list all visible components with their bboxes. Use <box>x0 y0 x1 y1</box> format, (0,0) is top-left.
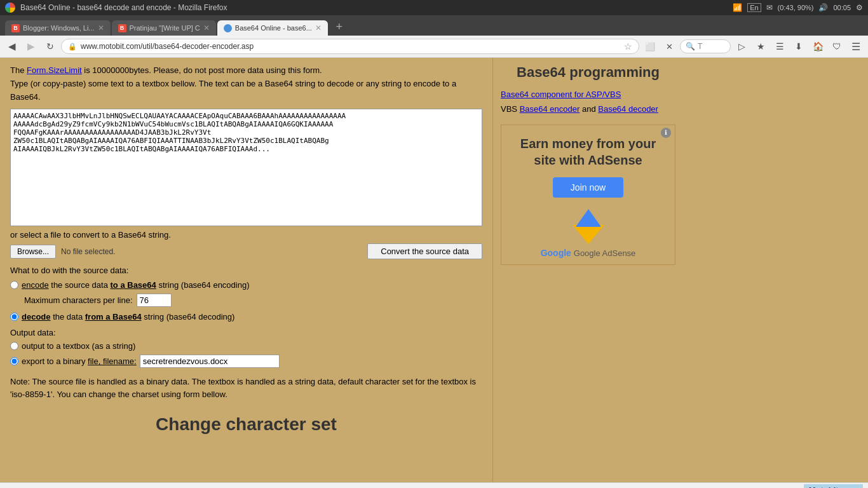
close-tab-icon[interactable]: ✕ <box>661 38 677 55</box>
max-chars-label: Maximum characters per line: <box>24 295 133 305</box>
shield-icon[interactable]: 🛡 <box>829 38 845 55</box>
join-now-button[interactable]: Join now <box>553 177 623 198</box>
url-bar[interactable]: 🔒 www.motobit.com/util/base64-decoder-en… <box>61 39 639 54</box>
output-textbox-row: output to a textbox (as a string) <box>10 341 482 351</box>
tab-blogger2-close[interactable]: ✕ <box>203 24 210 32</box>
base64-encoder-link[interactable]: Base64 encoder <box>520 104 580 114</box>
ad-box: ℹ Earn money from your site with AdSense… <box>501 125 675 265</box>
main-content: The Form.SizeLimit is 10000000bytes. Ple… <box>0 58 492 482</box>
download-icon[interactable]: ⬇ <box>790 38 807 55</box>
adsense-text: Google AdSense <box>574 248 636 258</box>
tabs-bar: B Blogger: Windows, Li... ✕ B Pratinjau … <box>0 15 868 36</box>
max-chars-input[interactable] <box>137 294 172 307</box>
star-icon[interactable]: ☆ <box>624 41 632 51</box>
search-bar[interactable]: 🔍 T <box>680 39 731 53</box>
forward-icon2[interactable]: ▷ <box>733 38 750 55</box>
asp-vbs-link[interactable]: Base64 component for ASP/VBS <box>501 87 675 102</box>
info-line1-prefix: The <box>10 65 27 75</box>
settings-icon[interactable]: ⚙ <box>856 3 863 12</box>
convert-button[interactable]: Convert the source data <box>367 243 482 259</box>
new-tab-button[interactable]: + <box>330 18 348 36</box>
search-icon: 🔍 <box>686 42 695 51</box>
decode-from-u: from a Base64 <box>85 312 142 322</box>
home-icon[interactable]: 🏠 <box>810 38 826 55</box>
tab-blogger2-label: Pratinjau "[Write UP] C <box>130 24 200 32</box>
back-button[interactable]: ◀ <box>4 38 20 55</box>
no-file-label: No file selected. <box>61 247 115 256</box>
decode-underline: decode <box>22 312 51 322</box>
tab-base64-label: Base64 Online - base6... <box>235 24 312 32</box>
status-bar: Transferring data from px.moatads.com...… <box>0 482 868 488</box>
menu-icon[interactable]: ☰ <box>848 38 864 55</box>
output-textbox-label: output to a textbox (as a string) <box>22 341 135 351</box>
screen-icon[interactable]: ⬜ <box>642 38 658 55</box>
browser-icon <box>5 3 15 13</box>
info-text-block: The Form.SizeLimit is 10000000bytes. Ple… <box>10 64 482 104</box>
sidebar-title: Base64 programming <box>501 64 675 81</box>
sidebar-links: Base64 component for ASP/VBS VBS Base64 … <box>501 87 675 117</box>
title-text: Base64 Online - base64 decode and encode… <box>20 3 728 12</box>
base64-textarea[interactable]: AAAAACAwAAX3JlbHMvLnJlbHNQSwECLQAUAAYACA… <box>10 109 482 226</box>
search-input-hint[interactable]: T <box>698 42 702 51</box>
info-line2: Type (or copy-paste) some text to a text… <box>10 79 456 102</box>
options-label: What to do with the source data: <box>10 266 482 275</box>
ad-info-icon[interactable]: ℹ <box>661 128 671 138</box>
adsense-yellow-shape <box>573 225 604 244</box>
encode-strong: to a Base64 <box>111 280 156 290</box>
tab-base64[interactable]: Base64 Online - base6... ✕ <box>217 20 328 36</box>
tab-base64-close[interactable]: ✕ <box>315 24 322 32</box>
output-binary-label: export to a binary file, filename: <box>22 356 137 366</box>
forward-button[interactable]: ▶ <box>23 38 39 55</box>
change-heading: Change character set <box>10 414 482 441</box>
google-text: Google <box>541 248 574 258</box>
mail-icon: ✉ <box>766 3 773 12</box>
filename-input[interactable] <box>140 355 280 368</box>
decode-from-strong: from a Base64 <box>85 312 142 322</box>
encode-underline: encode <box>22 280 49 290</box>
file-link[interactable]: file, filename: <box>88 356 137 366</box>
tab-blogger1-close[interactable]: ✕ <box>98 24 104 32</box>
decode-strong: decode <box>22 312 51 322</box>
sidebar: Base64 programming Base64 component for … <box>492 58 683 482</box>
bookmark-star[interactable]: ★ <box>752 38 769 55</box>
base64-decoder-link[interactable]: Base64 decoder <box>598 104 658 114</box>
nav-bar: ◀ ▶ ↻ 🔒 www.motobit.com/util/base64-deco… <box>0 36 868 58</box>
vbs-prefix: VBS <box>501 104 520 114</box>
motobit-badge: Motobit.com <box>804 484 863 488</box>
encode-radio-row: encode the source data to a Base64 strin… <box>10 280 482 290</box>
decode-radio[interactable] <box>10 313 18 321</box>
output-label: Output data: <box>10 328 482 337</box>
info-line1-suffix: is 10000000bytes. Please, do not post mo… <box>82 65 322 75</box>
max-chars-row: Maximum characters per line: <box>24 294 482 307</box>
output-binary-row: export to a binary file, filename: <box>10 355 482 368</box>
blogger2-favicon: B <box>118 24 126 32</box>
file-convert-row: Browse... No file selected. Convert the … <box>10 243 482 259</box>
encode-radio-label: encode the source data to a Base64 strin… <box>22 280 250 290</box>
lang-indicator: En <box>747 3 761 12</box>
or-select-text: or select a file to convert to a Base64 … <box>10 230 482 240</box>
clock: 00:05 <box>833 4 851 11</box>
and-text: and <box>580 104 598 114</box>
adsense-diamond <box>569 209 607 244</box>
battery-status: (0:43, 90%) <box>778 4 814 11</box>
adsense-blue-shape <box>576 209 601 227</box>
encode-radio[interactable] <box>10 281 18 289</box>
page-wrapper: The Form.SizeLimit is 10000000bytes. Ple… <box>0 58 868 482</box>
url-text[interactable]: www.motobit.com/util/base64-decoder-enco… <box>81 42 620 51</box>
wifi-icon: 📶 <box>733 3 742 12</box>
adsense-logo-area: Google Google AdSense <box>508 209 668 258</box>
base64-favicon <box>224 24 232 32</box>
refresh-button[interactable]: ↻ <box>42 38 58 55</box>
tab-blogger1-label: Blogger: Windows, Li... <box>23 24 95 32</box>
output-textbox-radio[interactable] <box>10 342 18 350</box>
tab-blogger2[interactable]: B Pratinjau "[Write UP] C ✕ <box>112 20 216 36</box>
volume-icon: 🔊 <box>818 3 828 12</box>
encode-strong-u: to a Base64 <box>111 280 156 290</box>
browse-button[interactable]: Browse... <box>10 245 56 259</box>
tab-blogger1[interactable]: B Blogger: Windows, Li... ✕ <box>5 20 111 36</box>
form-size-limit-link[interactable]: Form.SizeLimit <box>27 65 82 75</box>
output-binary-radio[interactable] <box>10 357 18 365</box>
blogger1-favicon: B <box>11 24 20 32</box>
reader-view[interactable]: ☰ <box>771 38 788 55</box>
decode-radio-label: decode the data from a Base64 string (ba… <box>22 312 234 322</box>
